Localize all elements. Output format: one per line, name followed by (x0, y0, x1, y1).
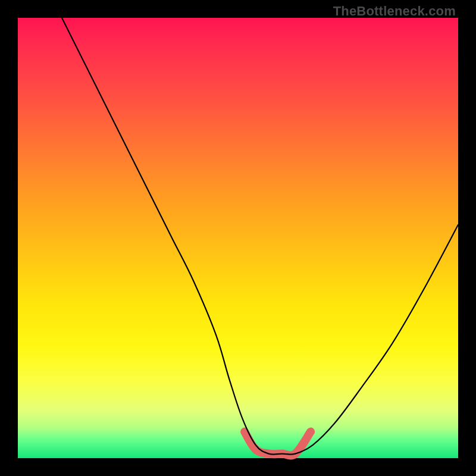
plot-area (18, 18, 458, 458)
attribution-text: TheBottleneck.com (333, 4, 456, 19)
chart-svg (18, 18, 458, 458)
chart-container: TheBottleneck.com (0, 0, 476, 476)
bottleneck-curve-line (62, 18, 458, 455)
